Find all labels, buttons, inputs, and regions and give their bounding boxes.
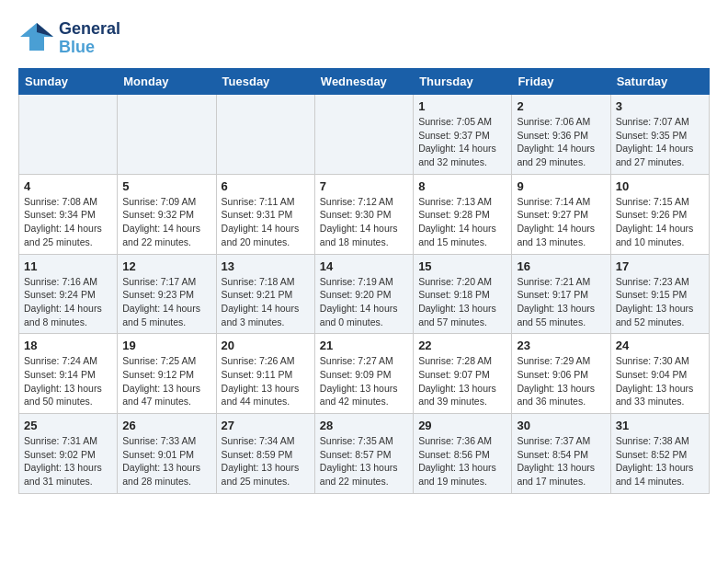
calendar-cell: 14Sunrise: 7:19 AMSunset: 9:20 PMDayligh…	[314, 254, 413, 334]
day-info: Sunrise: 7:18 AMSunset: 9:21 PMDaylight:…	[222, 275, 310, 329]
day-number: 12	[122, 259, 210, 273]
day-info: Sunrise: 7:21 AMSunset: 9:17 PMDaylight:…	[517, 275, 605, 329]
day-header-tuesday: Tuesday	[216, 69, 314, 95]
day-number: 7	[320, 179, 408, 193]
day-number: 3	[616, 99, 704, 113]
calendar-cell: 15Sunrise: 7:20 AMSunset: 9:18 PMDayligh…	[414, 254, 512, 334]
day-number: 18	[24, 339, 112, 352]
day-number: 9	[517, 179, 605, 193]
day-info: Sunrise: 7:09 AMSunset: 9:32 PMDaylight:…	[122, 195, 210, 249]
day-info: Sunrise: 7:11 AMSunset: 9:31 PMDaylight:…	[222, 195, 310, 249]
day-info: Sunrise: 7:24 AMSunset: 9:14 PMDaylight:…	[24, 354, 112, 408]
day-info: Sunrise: 7:28 AMSunset: 9:07 PMDaylight:…	[418, 354, 506, 408]
day-info: Sunrise: 7:37 AMSunset: 8:54 PMDaylight:…	[517, 434, 605, 488]
day-info: Sunrise: 7:13 AMSunset: 9:28 PMDaylight:…	[418, 195, 506, 249]
calendar-cell: 23Sunrise: 7:29 AMSunset: 9:06 PMDayligh…	[512, 334, 610, 414]
day-number: 1	[418, 99, 506, 113]
day-number: 16	[517, 259, 605, 273]
calendar-cell: 9Sunrise: 7:14 AMSunset: 9:27 PMDaylight…	[512, 174, 610, 254]
day-info: Sunrise: 7:07 AMSunset: 9:35 PMDaylight:…	[616, 115, 704, 169]
day-number: 29	[418, 419, 506, 432]
calendar-header-row: SundayMondayTuesdayWednesdayThursdayFrid…	[19, 69, 710, 95]
logo-bird-icon	[18, 18, 55, 55]
day-number: 13	[222, 259, 310, 273]
day-header-wednesday: Wednesday	[314, 69, 413, 95]
calendar-cell	[118, 95, 216, 175]
calendar-cell: 19Sunrise: 7:25 AMSunset: 9:12 PMDayligh…	[118, 334, 216, 414]
calendar-cell	[314, 95, 413, 175]
day-number: 15	[418, 259, 506, 273]
day-header-friday: Friday	[512, 69, 610, 95]
calendar-cell: 2Sunrise: 7:06 AMSunset: 9:36 PMDaylight…	[512, 95, 610, 175]
day-info: Sunrise: 7:29 AMSunset: 9:06 PMDaylight:…	[517, 354, 605, 408]
day-number: 21	[320, 339, 408, 352]
day-number: 8	[418, 179, 506, 193]
calendar-table: SundayMondayTuesdayWednesdayThursdayFrid…	[18, 68, 710, 494]
calendar-cell: 17Sunrise: 7:23 AMSunset: 9:15 PMDayligh…	[610, 254, 709, 334]
day-header-saturday: Saturday	[610, 69, 709, 95]
calendar-week-row: 1Sunrise: 7:05 AMSunset: 9:37 PMDaylight…	[19, 95, 710, 175]
calendar-cell: 10Sunrise: 7:15 AMSunset: 9:26 PMDayligh…	[610, 174, 709, 254]
day-info: Sunrise: 7:26 AMSunset: 9:11 PMDaylight:…	[222, 354, 310, 408]
calendar-cell: 25Sunrise: 7:31 AMSunset: 9:02 PMDayligh…	[19, 414, 118, 494]
day-number: 28	[320, 419, 408, 432]
day-number: 6	[222, 179, 310, 193]
calendar-cell: 7Sunrise: 7:12 AMSunset: 9:30 PMDaylight…	[314, 174, 413, 254]
calendar-week-row: 4Sunrise: 7:08 AMSunset: 9:34 PMDaylight…	[19, 174, 710, 254]
calendar-week-row: 25Sunrise: 7:31 AMSunset: 9:02 PMDayligh…	[19, 414, 710, 494]
calendar-cell: 12Sunrise: 7:17 AMSunset: 9:23 PMDayligh…	[118, 254, 216, 334]
calendar-cell: 5Sunrise: 7:09 AMSunset: 9:32 PMDaylight…	[118, 174, 216, 254]
day-info: Sunrise: 7:27 AMSunset: 9:09 PMDaylight:…	[320, 354, 408, 408]
calendar-cell: 20Sunrise: 7:26 AMSunset: 9:11 PMDayligh…	[216, 334, 314, 414]
day-info: Sunrise: 7:15 AMSunset: 9:26 PMDaylight:…	[616, 195, 704, 249]
calendar-cell: 31Sunrise: 7:38 AMSunset: 8:52 PMDayligh…	[610, 414, 709, 494]
calendar-cell: 16Sunrise: 7:21 AMSunset: 9:17 PMDayligh…	[512, 254, 610, 334]
day-info: Sunrise: 7:20 AMSunset: 9:18 PMDaylight:…	[418, 275, 506, 329]
calendar-cell: 21Sunrise: 7:27 AMSunset: 9:09 PMDayligh…	[314, 334, 413, 414]
day-number: 5	[122, 179, 210, 193]
day-number: 11	[24, 259, 112, 273]
day-info: Sunrise: 7:30 AMSunset: 9:04 PMDaylight:…	[616, 354, 704, 408]
day-info: Sunrise: 7:12 AMSunset: 9:30 PMDaylight:…	[320, 195, 408, 249]
day-info: Sunrise: 7:06 AMSunset: 9:36 PMDaylight:…	[517, 115, 605, 169]
calendar-week-row: 18Sunrise: 7:24 AMSunset: 9:14 PMDayligh…	[19, 334, 710, 414]
day-info: Sunrise: 7:38 AMSunset: 8:52 PMDaylight:…	[616, 434, 704, 488]
day-number: 22	[418, 339, 506, 352]
day-number: 14	[320, 259, 408, 273]
calendar-cell: 13Sunrise: 7:18 AMSunset: 9:21 PMDayligh…	[216, 254, 314, 334]
calendar-cell: 26Sunrise: 7:33 AMSunset: 9:01 PMDayligh…	[118, 414, 216, 494]
day-number: 20	[222, 339, 310, 352]
day-number: 24	[616, 339, 704, 352]
day-number: 25	[24, 419, 112, 432]
day-info: Sunrise: 7:05 AMSunset: 9:37 PMDaylight:…	[418, 115, 506, 169]
day-number: 26	[122, 419, 210, 432]
day-info: Sunrise: 7:17 AMSunset: 9:23 PMDaylight:…	[122, 275, 210, 329]
day-header-thursday: Thursday	[414, 69, 512, 95]
logo: General Blue	[18, 18, 120, 59]
calendar-cell	[216, 95, 314, 175]
day-info: Sunrise: 7:35 AMSunset: 8:57 PMDaylight:…	[320, 434, 408, 488]
day-info: Sunrise: 7:25 AMSunset: 9:12 PMDaylight:…	[122, 354, 210, 408]
day-info: Sunrise: 7:23 AMSunset: 9:15 PMDaylight:…	[616, 275, 704, 329]
day-number: 19	[122, 339, 210, 352]
day-number: 31	[616, 419, 704, 432]
day-info: Sunrise: 7:14 AMSunset: 9:27 PMDaylight:…	[517, 195, 605, 249]
day-number: 10	[616, 179, 704, 193]
calendar-cell: 8Sunrise: 7:13 AMSunset: 9:28 PMDaylight…	[414, 174, 512, 254]
calendar-cell: 28Sunrise: 7:35 AMSunset: 8:57 PMDayligh…	[314, 414, 413, 494]
calendar-cell: 22Sunrise: 7:28 AMSunset: 9:07 PMDayligh…	[414, 334, 512, 414]
day-info: Sunrise: 7:31 AMSunset: 9:02 PMDaylight:…	[24, 434, 112, 488]
day-header-sunday: Sunday	[19, 69, 118, 95]
page-header: General Blue	[18, 18, 710, 59]
calendar-cell: 6Sunrise: 7:11 AMSunset: 9:31 PMDaylight…	[216, 174, 314, 254]
day-info: Sunrise: 7:19 AMSunset: 9:20 PMDaylight:…	[320, 275, 408, 329]
calendar-cell: 29Sunrise: 7:36 AMSunset: 8:56 PMDayligh…	[414, 414, 512, 494]
calendar-cell: 3Sunrise: 7:07 AMSunset: 9:35 PMDaylight…	[610, 95, 709, 175]
day-info: Sunrise: 7:08 AMSunset: 9:34 PMDaylight:…	[24, 195, 112, 249]
calendar-cell: 18Sunrise: 7:24 AMSunset: 9:14 PMDayligh…	[19, 334, 118, 414]
calendar-cell: 27Sunrise: 7:34 AMSunset: 8:59 PMDayligh…	[216, 414, 314, 494]
calendar-cell: 24Sunrise: 7:30 AMSunset: 9:04 PMDayligh…	[610, 334, 709, 414]
day-info: Sunrise: 7:33 AMSunset: 9:01 PMDaylight:…	[122, 434, 210, 488]
day-number: 4	[24, 179, 112, 193]
day-number: 2	[517, 99, 605, 113]
